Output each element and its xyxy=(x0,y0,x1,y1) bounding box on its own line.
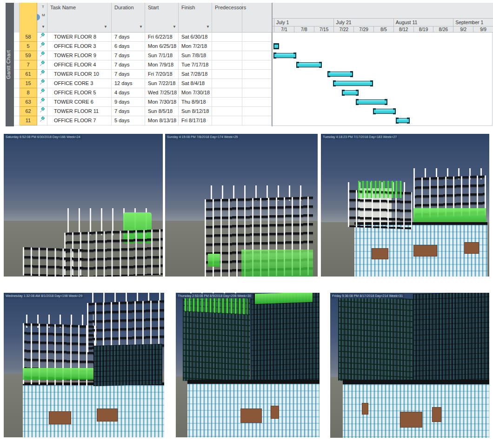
filter-arrow-icon[interactable]: ▼ xyxy=(104,25,107,29)
predecessors-cell[interactable] xyxy=(212,33,242,42)
start-cell[interactable]: Mon 7/30/18 xyxy=(145,98,179,107)
task-bar[interactable] xyxy=(373,109,395,114)
id-cell[interactable]: 8 xyxy=(20,88,37,98)
id-cell[interactable]: 5 xyxy=(20,42,37,51)
task-bar[interactable] xyxy=(297,62,321,67)
render-panel-5[interactable]: Thursday 2:53:08 PM 8/9/2018 Day=206 Wee… xyxy=(176,293,320,437)
task-bar[interactable] xyxy=(356,99,386,105)
predecessors-cell[interactable] xyxy=(212,79,242,88)
start-cell[interactable]: Mon 6/25/18 xyxy=(145,42,179,51)
filter-arrow-icon[interactable]: ▼ xyxy=(206,25,210,29)
row-select-cell[interactable] xyxy=(14,98,20,107)
start-cell[interactable]: Sun 7/22/18 xyxy=(145,79,179,88)
task-bar[interactable] xyxy=(333,81,373,86)
row-select-cell[interactable] xyxy=(14,60,20,70)
row-select-cell[interactable] xyxy=(14,79,20,88)
duration-cell[interactable]: 7 days xyxy=(112,107,145,116)
start-cell[interactable]: Wed 7/25/18 xyxy=(145,88,179,98)
render-panel-4[interactable]: Wednesday 1:32:08 AM 8/1/2018 Day=198 We… xyxy=(4,293,164,437)
predecessors-cell[interactable] xyxy=(212,51,242,60)
filter-arrow-icon[interactable]: ▼ xyxy=(139,25,143,29)
start-cell[interactable]: Sun 8/5/18 xyxy=(145,107,179,116)
finish-cell[interactable]: Sat 8/4/18 xyxy=(179,79,212,88)
finish-cell[interactable]: Mon 7/2/18 xyxy=(179,42,212,51)
id-cell[interactable]: 15 xyxy=(20,79,37,88)
duration-cell[interactable]: 7 days xyxy=(112,70,145,79)
start-cell[interactable]: Mon 7/9/18 xyxy=(145,60,179,70)
id-cell[interactable]: 11 xyxy=(20,116,37,125)
id-column-header[interactable] xyxy=(20,3,37,33)
indicator-cell[interactable] xyxy=(37,116,47,125)
start-cell[interactable]: Fri 7/20/18 xyxy=(145,70,179,79)
name-cell[interactable]: TOWER FLOOR 9 xyxy=(47,51,112,60)
row-select-cell[interactable] xyxy=(14,42,20,51)
predecessors-cell[interactable] xyxy=(212,107,242,116)
predecessors-column-header[interactable]: Predecessors xyxy=(212,3,242,33)
row-select-cell[interactable] xyxy=(14,70,20,79)
duration-column-header[interactable]: Duration ▼ xyxy=(112,3,145,33)
duration-cell[interactable]: 6 days xyxy=(112,42,145,51)
name-cell[interactable]: OFFICE FLOOR 4 xyxy=(47,60,112,70)
id-cell[interactable]: 58 xyxy=(20,33,37,42)
name-cell[interactable]: TOWER CORE 6 xyxy=(47,98,112,107)
row-select-cell[interactable] xyxy=(14,116,20,125)
finish-cell[interactable]: Tue 7/17/18 xyxy=(179,60,212,70)
name-cell[interactable]: OFFICE FLOOR 5 xyxy=(47,88,112,98)
id-cell[interactable]: 61 xyxy=(20,70,37,79)
start-cell[interactable]: Mon 8/13/18 xyxy=(145,116,179,125)
task-bar[interactable] xyxy=(396,118,410,123)
finish-cell[interactable]: Sun 8/12/18 xyxy=(179,107,212,116)
indicator-cell[interactable] xyxy=(37,88,47,98)
indicator-cell[interactable] xyxy=(37,33,47,42)
finish-cell[interactable]: Fri 8/17/18 xyxy=(179,116,212,125)
name-cell[interactable]: OFFICE CORE 3 xyxy=(47,79,112,88)
render-panel-2[interactable]: Sunday 4:15:08 PM 7/8/2018 Day=174 Week=… xyxy=(165,134,318,277)
name-cell[interactable]: TOWER FLOOR 8 xyxy=(47,33,112,42)
render-panel-3[interactable]: Tuesday 4:18:23 PM 7/17/2018 Day=183 Wee… xyxy=(321,134,489,277)
predecessors-cell[interactable] xyxy=(212,70,242,79)
indicator-cell[interactable] xyxy=(37,79,47,88)
id-cell[interactable]: 63 xyxy=(20,98,37,107)
duration-cell[interactable]: 4 days xyxy=(112,88,145,98)
duration-cell[interactable]: 7 days xyxy=(112,60,145,70)
finish-cell[interactable]: Sat 6/30/18 xyxy=(179,33,212,42)
task-mode-column-header[interactable]: T M ▼ xyxy=(37,3,47,33)
row-select-cell[interactable] xyxy=(14,33,20,42)
start-column-header[interactable]: Start ▼ xyxy=(145,3,179,33)
indicator-cell[interactable] xyxy=(37,98,47,107)
row-select-cell[interactable] xyxy=(14,107,20,116)
predecessors-cell[interactable] xyxy=(212,42,242,51)
task-bar[interactable] xyxy=(274,44,279,49)
filter-arrow-icon[interactable]: ▼ xyxy=(173,25,176,29)
task-bar[interactable] xyxy=(274,53,296,58)
render-panel-1[interactable]: Saturday 6:52:08 PM 6/30/2018 Day=166 We… xyxy=(4,134,163,277)
indicator-cell[interactable] xyxy=(37,51,47,60)
start-cell[interactable]: Sun 7/1/18 xyxy=(145,51,179,60)
task-bar[interactable] xyxy=(328,72,353,77)
predecessors-cell[interactable] xyxy=(212,98,242,107)
finish-column-header[interactable]: Finish ▼ xyxy=(179,3,212,33)
duration-cell[interactable]: 5 days xyxy=(112,116,145,125)
duration-cell[interactable]: 9 days xyxy=(112,98,145,107)
filter-arrow-icon[interactable]: ▼ xyxy=(41,25,45,29)
name-cell[interactable]: OFFICE FLOOR 3 xyxy=(47,42,112,51)
finish-cell[interactable]: Thu 8/9/18 xyxy=(179,98,212,107)
id-cell[interactable]: 59 xyxy=(20,51,37,60)
view-label-bar[interactable]: Gantt Chart xyxy=(6,3,14,126)
duration-cell[interactable]: 7 days xyxy=(112,51,145,60)
select-all-corner[interactable] xyxy=(14,3,20,33)
name-cell[interactable]: OFFICE FLOOR 7 xyxy=(47,116,112,125)
predecessors-cell[interactable] xyxy=(212,116,242,125)
task-bar[interactable] xyxy=(342,90,359,95)
name-cell[interactable]: TOWER FLOOR 10 xyxy=(47,70,112,79)
duration-cell[interactable]: 7 days xyxy=(112,33,145,42)
indicator-cell[interactable] xyxy=(37,70,47,79)
predecessors-cell[interactable] xyxy=(212,60,242,70)
finish-cell[interactable]: Mon 7/30/18 xyxy=(179,88,212,98)
duration-cell[interactable]: 12 days xyxy=(112,79,145,88)
indicator-cell[interactable] xyxy=(37,107,47,116)
start-cell[interactable]: Fri 6/22/18 xyxy=(145,33,179,42)
predecessors-cell[interactable] xyxy=(212,88,242,98)
finish-cell[interactable]: Sat 7/28/18 xyxy=(179,70,212,79)
indicator-cell[interactable] xyxy=(37,42,47,51)
